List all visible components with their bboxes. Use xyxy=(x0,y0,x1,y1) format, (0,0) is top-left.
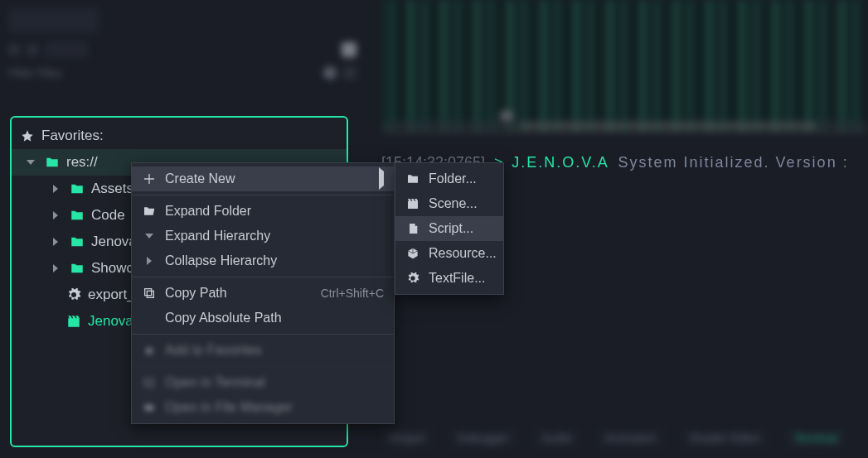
nav-forward-icon xyxy=(27,44,38,55)
favorites-row[interactable]: Favorites: xyxy=(12,123,347,149)
bottom-tab-audio[interactable]: Audio xyxy=(534,428,580,448)
star-icon xyxy=(20,128,35,143)
script-icon xyxy=(405,221,420,236)
gear-icon xyxy=(66,287,81,302)
menu-label: Folder... xyxy=(429,171,477,186)
clapperboard-icon xyxy=(66,314,81,329)
menu-shortcut: Ctrl+Shift+C xyxy=(321,287,384,300)
menu-label: TextFile... xyxy=(429,271,485,286)
svg-rect-1 xyxy=(145,289,152,296)
folder-icon xyxy=(70,181,85,196)
bottom-tab-shader-editor[interactable]: Shader Editor xyxy=(681,428,769,448)
menu-separator xyxy=(132,366,394,367)
menu-label: Open in File Manager xyxy=(165,400,293,415)
chevron-right-icon xyxy=(48,181,63,196)
tree-item-label: Assets xyxy=(91,181,133,197)
menu-copy-path[interactable]: Copy Path Ctrl+Shift+C xyxy=(132,281,394,306)
terminal-message: System Initialized. Version : xyxy=(618,154,849,171)
chevron-right-icon xyxy=(48,208,63,223)
folder-icon xyxy=(70,234,85,249)
search-icon xyxy=(323,66,337,80)
filesystem-context-menu: Create New Expand Folder Expand Hierarch… xyxy=(131,162,395,424)
menu-open-file-manager[interactable]: Open in File Manager xyxy=(132,395,394,420)
chevron-right-icon xyxy=(48,234,63,249)
menu-label: Collapse Hierarchy xyxy=(165,253,277,268)
chevron-right-icon xyxy=(142,253,157,268)
viewport-scrollbar xyxy=(381,120,868,132)
folder-icon xyxy=(45,155,60,170)
menu-label: Resource... xyxy=(429,246,497,261)
menu-create-new[interactable]: Create New xyxy=(132,166,394,191)
menu-label: Copy Path xyxy=(165,286,227,301)
svg-rect-0 xyxy=(147,291,153,297)
tree-item-label: Code xyxy=(91,207,125,224)
svg-rect-2 xyxy=(145,378,154,386)
menu-label: Expand Hierarchy xyxy=(165,229,270,243)
folder-icon xyxy=(70,208,85,223)
menu-label: Open in Terminal xyxy=(165,375,265,390)
folder-icon xyxy=(142,400,157,415)
menu-label: Script... xyxy=(429,221,473,236)
menu-collapse-hierarchy[interactable]: Collapse Hierarchy xyxy=(132,248,394,273)
nav-back-icon xyxy=(8,44,20,55)
submenu-resource[interactable]: Resource... xyxy=(395,241,503,266)
menu-label: Add to Favorites xyxy=(165,343,262,358)
submenu-scene[interactable]: Scene... xyxy=(395,191,503,216)
menu-add-to-favorites[interactable]: Add to Favorites xyxy=(132,338,394,363)
menu-label: Create New xyxy=(165,171,235,186)
menu-separator xyxy=(132,195,394,195)
terminal-icon xyxy=(142,375,157,390)
editor-viewport xyxy=(381,0,868,133)
folder-open-icon xyxy=(142,204,157,219)
menu-label: Copy Absolute Path xyxy=(165,311,282,325)
bottom-tab-terminal[interactable]: Terminal xyxy=(785,428,846,448)
menu-expand-hierarchy[interactable]: Expand Hierarchy xyxy=(132,224,394,248)
menu-copy-absolute-path[interactable]: Copy Absolute Path xyxy=(132,306,394,330)
create-new-submenu: Folder... Scene... Script... Resource...… xyxy=(395,162,504,295)
terminal-system-name: J.E.N.O.V.A xyxy=(512,154,609,171)
menu-separator xyxy=(132,277,394,277)
submenu-script[interactable]: Script... xyxy=(395,216,503,241)
star-icon xyxy=(142,343,157,358)
menu-open-terminal[interactable]: Open in Terminal xyxy=(132,370,394,395)
copy-icon xyxy=(142,286,157,301)
clapperboard-icon xyxy=(405,196,420,211)
submenu-textfile[interactable]: TextFile... xyxy=(395,266,503,291)
bottom-tab-animation[interactable]: Animation xyxy=(596,428,664,448)
folder-icon xyxy=(70,261,85,276)
folder-icon xyxy=(405,171,420,186)
root-folder-label: res:// xyxy=(66,154,98,171)
menu-label: Scene... xyxy=(429,196,478,211)
menu-separator xyxy=(132,334,394,335)
cube-icon xyxy=(405,246,420,261)
chevron-right-icon xyxy=(48,261,63,276)
filesystem-header: Filter Files xyxy=(8,8,356,108)
submenu-folder[interactable]: Folder... xyxy=(395,166,503,191)
plus-icon xyxy=(142,171,157,186)
bottom-panel-tabs: Output Debugger Audio Animation Shader E… xyxy=(381,428,846,448)
tree-item-label: Jenova xyxy=(91,234,137,250)
menu-expand-folder[interactable]: Expand Folder xyxy=(132,199,394,224)
favorites-label: Favorites: xyxy=(41,128,104,144)
filter-files-label: Filter Files xyxy=(8,66,62,80)
chevron-right-icon xyxy=(379,171,384,186)
bottom-tab-output[interactable]: Output xyxy=(381,428,433,448)
chevron-down-icon xyxy=(23,155,38,170)
gear-icon xyxy=(405,271,420,286)
view-options-icon xyxy=(343,66,356,80)
chevron-down-icon xyxy=(142,229,157,243)
menu-label: Expand Folder xyxy=(165,204,251,219)
bottom-tab-debugger[interactable]: Debugger xyxy=(449,428,517,448)
